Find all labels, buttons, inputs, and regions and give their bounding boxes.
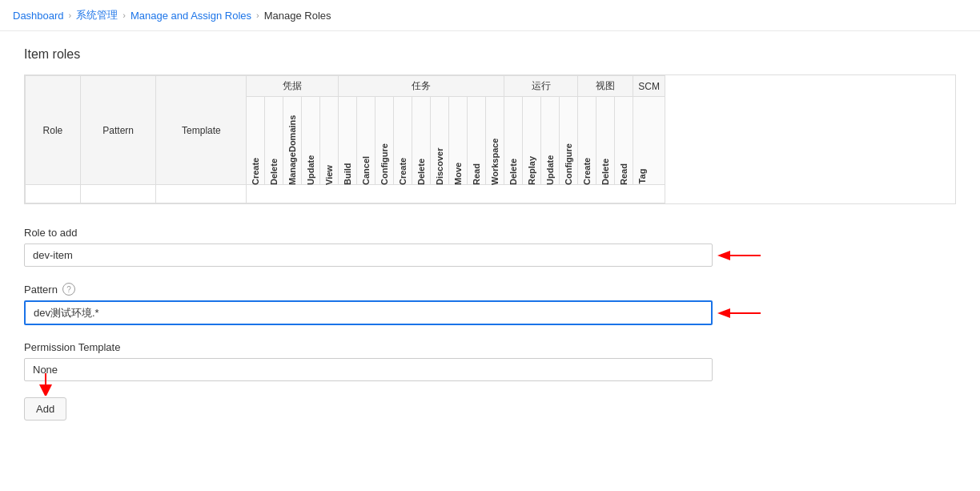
add-button-container: Add xyxy=(24,397,66,421)
role-input[interactable] xyxy=(24,243,713,267)
breadcrumb-sep-1: › xyxy=(69,10,72,20)
col-pattern: Pattern xyxy=(80,76,156,185)
col-delete-run: Delete xyxy=(504,97,523,185)
col-replay: Replay xyxy=(523,97,541,185)
add-arrow-annotation xyxy=(30,373,62,396)
col-role: Role xyxy=(26,76,81,185)
col-update-run: Update xyxy=(541,97,560,185)
pattern-field-wrapper xyxy=(24,300,713,325)
empty-pattern xyxy=(80,185,156,203)
col-cancel: Cancel xyxy=(357,97,376,185)
pattern-input[interactable] xyxy=(24,300,713,325)
table-empty-row xyxy=(26,185,665,203)
role-to-add-group: Role to add xyxy=(24,227,956,267)
breadcrumb: Dashboard › 系统管理 › Manage and Assign Rol… xyxy=(0,0,980,31)
col-read-task: Read xyxy=(468,97,486,185)
empty-perms xyxy=(247,185,665,203)
breadcrumb-manage-assign[interactable]: Manage and Assign Roles xyxy=(131,10,251,22)
pattern-label: Pattern ? xyxy=(24,283,956,296)
col-configure-task: Configure xyxy=(376,97,394,185)
col-discover: Discover xyxy=(431,97,449,185)
permission-template-group: Permission Template xyxy=(24,341,956,381)
group-tasks: 任务 xyxy=(339,76,504,97)
section-title: Item roles xyxy=(24,47,956,62)
group-views: 视图 xyxy=(578,76,633,97)
group-credentials: 凭据 xyxy=(247,76,339,97)
col-delete-cred: Delete xyxy=(265,97,283,185)
col-move: Move xyxy=(449,97,468,185)
permission-template-field-wrapper xyxy=(24,358,713,381)
breadcrumb-sys-mgmt[interactable]: 系统管理 xyxy=(76,8,118,22)
empty-role xyxy=(26,185,81,203)
col-create-cred: Create xyxy=(247,97,265,185)
group-scm: SCM xyxy=(633,76,665,97)
breadcrumb-sep-2: › xyxy=(122,10,126,20)
roles-table-body xyxy=(26,185,665,203)
col-create-view: Create xyxy=(578,97,596,185)
col-configure-run: Configure xyxy=(560,97,578,185)
group-run: 运行 xyxy=(504,76,578,97)
col-tag-scm: Tag xyxy=(633,97,665,185)
empty-template xyxy=(156,185,247,203)
pattern-group: Pattern ? xyxy=(24,283,956,325)
breadcrumb-current: Manage Roles xyxy=(264,10,331,22)
add-button[interactable]: Add xyxy=(24,397,66,421)
permission-template-input[interactable] xyxy=(24,358,713,381)
breadcrumb-sep-3: › xyxy=(256,10,259,20)
col-delete-task: Delete xyxy=(412,97,431,185)
roles-table: Role Pattern Template 凭据 任务 运行 视图 SCM Cr… xyxy=(25,75,665,203)
col-view-cred: View xyxy=(320,97,339,185)
col-managedomains: ManageDomains xyxy=(283,97,302,185)
col-template: Template xyxy=(156,76,247,185)
col-read-view: Read xyxy=(615,97,633,185)
page-content: Item roles Role Pattern Template 凭据 任务 运… xyxy=(0,31,980,437)
permission-template-label: Permission Template xyxy=(24,341,956,353)
col-update-cred: Update xyxy=(302,97,320,185)
pattern-arrow-annotation xyxy=(717,301,765,325)
roles-table-wrapper: Role Pattern Template 凭据 任务 运行 视图 SCM Cr… xyxy=(24,74,956,204)
role-to-add-label: Role to add xyxy=(24,227,956,239)
col-delete-view: Delete xyxy=(596,97,615,185)
table-group-row: Role Pattern Template 凭据 任务 运行 视图 SCM xyxy=(26,76,665,97)
pattern-help-icon[interactable]: ? xyxy=(62,283,75,296)
role-field-wrapper xyxy=(24,243,713,267)
col-workspace: Workspace xyxy=(486,97,504,185)
col-build: Build xyxy=(339,97,357,185)
col-create-task: Create xyxy=(394,97,412,185)
breadcrumb-dashboard[interactable]: Dashboard xyxy=(13,10,64,22)
role-arrow-annotation xyxy=(717,243,765,268)
